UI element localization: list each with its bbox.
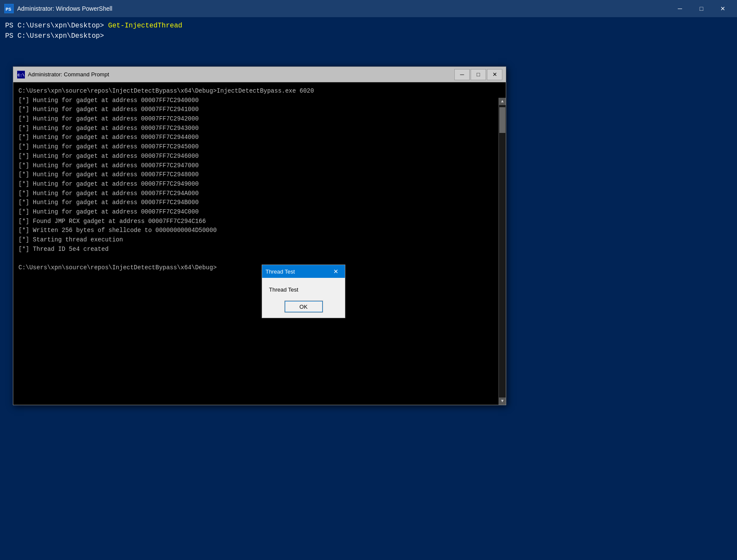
cmd-line-8: [*] Hunting for gadget at address 00007F… — [18, 161, 501, 171]
cmd-line-19: C:\Users\xpn\source\repos\InjectDetectBy… — [18, 263, 501, 273]
cmd-line-15: [*] Written 256 bytes of shellcode to 00… — [18, 226, 501, 235]
ps-close-button[interactable]: ✕ — [713, 2, 733, 15]
ps-minimize-button[interactable]: ─ — [670, 2, 690, 15]
scrollbar-thumb[interactable] — [499, 107, 505, 133]
ps-title: Administrator: Windows PowerShell — [17, 5, 667, 12]
svg-text:C:\: C:\ — [18, 73, 25, 78]
cmd-close-button[interactable]: ✕ — [487, 69, 502, 80]
dialog-message: Thread Test — [269, 286, 338, 293]
cmd-content: C:\Users\xpn\source\repos\InjectDetectBy… — [13, 82, 506, 405]
ps-prompt-1: PS C:\Users\xpn\Desktop> — [5, 22, 108, 30]
cmd-line-13: [*] Hunting for gadget at address 00007F… — [18, 208, 501, 217]
dialog-close-button[interactable]: ✕ — [330, 267, 341, 276]
dialog-ok-button[interactable]: OK — [284, 301, 323, 313]
cmd-line-6: [*] Hunting for gadget at address 00007F… — [18, 142, 501, 152]
ps-titlebar: PS Administrator: Windows PowerShell ─ □… — [0, 0, 737, 17]
ps-icon: PS — [4, 4, 14, 13]
ps-maximize-button[interactable]: □ — [692, 2, 711, 15]
scrollbar-down-arrow[interactable]: ▼ — [499, 397, 506, 405]
cmd-line-3: [*] Hunting for gadget at address 00007F… — [18, 114, 501, 124]
thread-test-dialog: Thread Test ✕ Thread Test OK — [262, 265, 345, 318]
cmd-line-5: [*] Hunting for gadget at address 00007F… — [18, 133, 501, 142]
dialog-buttons: OK — [269, 301, 338, 313]
cmd-line-2: [*] Hunting for gadget at address 00007F… — [18, 105, 501, 114]
cmd-titlebar-controls: ─ □ ✕ — [454, 69, 502, 80]
dialog-titlebar: Thread Test ✕ — [262, 265, 345, 278]
cmd-window: C:\ Administrator: Command Prompt ─ □ ✕ … — [13, 66, 506, 405]
scrollbar-up-arrow[interactable]: ▲ — [499, 98, 506, 105]
cmd-line-10: [*] Hunting for gadget at address 00007F… — [18, 180, 501, 189]
ps-command-1: Get-InjectedThread — [108, 22, 182, 30]
cmd-line-9: [*] Hunting for gadget at address 00007F… — [18, 170, 501, 180]
ps-line-1: PS C:\Users\xpn\Desktop> Get-InjectedThr… — [5, 21, 732, 31]
cmd-line-18 — [18, 254, 501, 263]
cmd-line-4: [*] Hunting for gadget at address 00007F… — [18, 124, 501, 133]
cmd-line-0: C:\Users\xpn\source\repos\InjectDetectBy… — [18, 87, 501, 96]
cmd-scrollbar[interactable]: ▲ ▼ — [498, 98, 506, 405]
cmd-line-14: [*] Found JMP RCX gadget at address 0000… — [18, 217, 501, 226]
cmd-minimize-button[interactable]: ─ — [454, 69, 470, 80]
cmd-icon: C:\ — [17, 70, 25, 79]
cmd-line-11: [*] Hunting for gadget at address 00007F… — [18, 189, 501, 199]
cmd-line-7: [*] Hunting for gadget at address 00007F… — [18, 152, 501, 161]
cmd-line-12: [*] Hunting for gadget at address 00007F… — [18, 198, 501, 208]
cmd-titlebar: C:\ Administrator: Command Prompt ─ □ ✕ — [13, 67, 506, 82]
cmd-line-16: [*] Starting thread execution — [18, 235, 501, 245]
cmd-line-1: [*] Hunting for gadget at address 00007F… — [18, 96, 501, 105]
dialog-body: Thread Test OK — [262, 278, 345, 318]
ps-prompt-2: PS C:\Users\xpn\Desktop> — [5, 32, 104, 40]
ps-titlebar-controls: ─ □ ✕ — [670, 2, 733, 15]
dialog-title: Thread Test — [266, 268, 330, 275]
scrollbar-track[interactable] — [499, 105, 506, 397]
cmd-maximize-button[interactable]: □ — [471, 69, 486, 80]
cmd-title: Administrator: Command Prompt — [28, 71, 452, 78]
ps-line-2: PS C:\Users\xpn\Desktop> — [5, 31, 732, 41]
cmd-line-17: [*] Thread ID 5e4 created — [18, 245, 501, 254]
svg-text:PS: PS — [6, 7, 12, 12]
